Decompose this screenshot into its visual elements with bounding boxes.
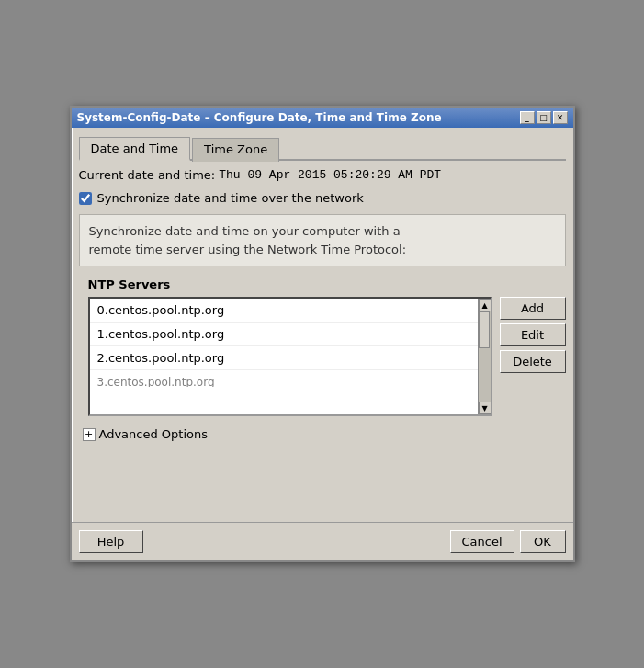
list-item[interactable]: 0.centos.pool.ntp.org xyxy=(90,299,491,323)
tab-bar: Date and Time Time Zone xyxy=(79,135,566,161)
close-button[interactable]: ✕ xyxy=(553,111,568,124)
minimize-button[interactable]: _ xyxy=(520,111,535,124)
info-box: Synchronize date and time on your comput… xyxy=(79,214,566,266)
window-content: Date and Time Time Zone Current date and… xyxy=(72,128,573,448)
list-item[interactable]: 1.centos.pool.ntp.org xyxy=(90,323,491,346)
cancel-button[interactable]: Cancel xyxy=(450,530,514,553)
info-text-line2: remote time server using the Network Tim… xyxy=(89,243,407,256)
scroll-up-button[interactable]: ▲ xyxy=(479,299,491,311)
help-button[interactable]: Help xyxy=(79,530,143,553)
titlebar: System-Config-Date – Configure Date, Tim… xyxy=(72,108,573,128)
current-time-value: Thu 09 Apr 2015 05:20:29 AM PDT xyxy=(219,168,441,182)
scroll-thumb[interactable] xyxy=(479,311,490,348)
ntp-list-wrapper: 0.centos.pool.ntp.org 1.centos.pool.ntp.… xyxy=(88,297,492,416)
ntp-section: NTP Servers 0.centos.pool.ntp.org 1.cent… xyxy=(79,277,566,416)
advanced-options-row: + Advanced Options xyxy=(83,427,566,441)
sync-checkbox-label: Synchronize date and time over the netwo… xyxy=(97,191,364,205)
info-text-line1: Synchronize date and time on your comput… xyxy=(89,224,401,238)
add-button[interactable]: Add xyxy=(500,297,566,320)
tab-timezone[interactable]: Time Zone xyxy=(192,138,279,162)
sync-checkbox-row[interactable]: Synchronize date and time over the netwo… xyxy=(79,191,566,205)
ntp-list-area: 0.centos.pool.ntp.org 1.centos.pool.ntp.… xyxy=(88,297,566,416)
ntp-list-container[interactable]: 0.centos.pool.ntp.org 1.centos.pool.ntp.… xyxy=(88,297,492,416)
advanced-options-label[interactable]: Advanced Options xyxy=(99,427,209,441)
list-item[interactable]: 3.centos.pool.ntp.org xyxy=(90,370,491,387)
scroll-track xyxy=(479,311,491,402)
scroll-down-button[interactable]: ▼ xyxy=(479,402,491,414)
list-scrollbar[interactable]: ▲ ▼ xyxy=(478,299,491,414)
tab-datetime[interactable]: Date and Time xyxy=(79,137,191,161)
footer: Help Cancel OK xyxy=(72,522,573,560)
ntp-action-buttons: Add Edit Delete xyxy=(500,297,566,416)
delete-button[interactable]: Delete xyxy=(500,350,566,373)
maximize-button[interactable]: □ xyxy=(537,111,551,124)
ntp-server-list: 0.centos.pool.ntp.org 1.centos.pool.ntp.… xyxy=(90,299,491,387)
ntp-section-label: NTP Servers xyxy=(88,277,566,291)
current-time-label: Current date and time: xyxy=(79,168,216,182)
current-time-row: Current date and time: Thu 09 Apr 2015 0… xyxy=(79,168,566,182)
titlebar-buttons: _ □ ✕ xyxy=(520,111,568,124)
main-window: System-Config-Date – Configure Date, Tim… xyxy=(70,106,575,562)
edit-button[interactable]: Edit xyxy=(500,323,566,346)
footer-right-buttons: Cancel OK xyxy=(450,530,566,553)
list-item[interactable]: 2.centos.pool.ntp.org xyxy=(90,346,491,370)
expand-icon[interactable]: + xyxy=(83,428,96,441)
ok-button[interactable]: OK xyxy=(520,530,566,553)
sync-checkbox[interactable] xyxy=(79,192,92,205)
window-title: System-Config-Date – Configure Date, Tim… xyxy=(77,111,442,124)
